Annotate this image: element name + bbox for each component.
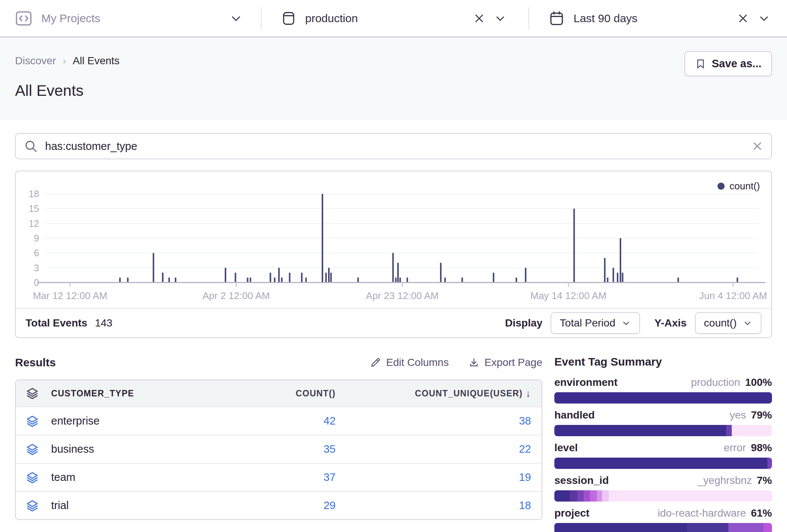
customer-type-cell: business (41, 443, 245, 455)
tag-distribution-bar[interactable] (554, 425, 772, 436)
stack-icon (26, 415, 41, 427)
tag-summary-heading: Event Tag Summary (554, 355, 662, 368)
svg-text:Apr 23 12:00 AM: Apr 23 12:00 AM (366, 290, 439, 301)
top-nav: My Projects production Last 90 (0, 0, 787, 38)
tag-name: level (554, 442, 578, 454)
stack-icon (26, 387, 41, 399)
clear-environment-icon[interactable] (474, 13, 485, 24)
tag-percent: 79% (751, 409, 772, 421)
tag-name: project (554, 507, 589, 519)
environment-selector[interactable]: production (262, 0, 528, 36)
svg-text:6: 6 (34, 248, 39, 258)
yaxis-label: Y-Axis (654, 317, 687, 329)
page-title: All Events (15, 82, 772, 100)
clear-date-range-icon[interactable] (737, 13, 749, 24)
count-unique-user-cell[interactable]: 19 (336, 471, 531, 484)
window-icon (281, 11, 296, 26)
tag-bar-segment (732, 425, 772, 436)
date-range-label: Last 90 days (574, 12, 637, 25)
page-header: Discover › All Events Save as... All Eve… (0, 38, 787, 120)
svg-text:3: 3 (34, 263, 39, 273)
results-table-header: CUSTOMER_TYPE COUNT() COUNT_UNIQUE(USER)… (16, 380, 542, 407)
tag-bar-segment (602, 490, 608, 502)
search-bar (15, 133, 772, 159)
main-content: count() 0369121518Mar 12 12:00 AMApr 2 1… (0, 120, 787, 532)
svg-text:18: 18 (29, 189, 39, 199)
tag-bar-segment (554, 458, 767, 469)
events-chart[interactable]: count() 0369121518Mar 12 12:00 AMApr 2 1… (16, 171, 771, 308)
tag-distribution-bar[interactable] (554, 490, 772, 502)
count-cell[interactable]: 29 (245, 499, 336, 512)
chevron-down-icon[interactable] (495, 13, 506, 24)
tag-summary-item: session_id_yeghrsbnz7% (554, 475, 772, 502)
project-selector[interactable]: My Projects (0, 0, 261, 36)
results-heading: Results (15, 356, 56, 369)
tag-name: session_id (554, 475, 609, 487)
export-page-button[interactable]: Export Page (468, 357, 542, 369)
customer-type-cell: team (41, 471, 245, 484)
svg-text:12: 12 (29, 218, 39, 229)
chevron-down-icon[interactable] (758, 13, 770, 24)
search-input[interactable] (44, 140, 745, 153)
environment-label: production (305, 12, 358, 25)
table-row[interactable]: trial2918 (16, 491, 542, 519)
column-header-customer-type[interactable]: CUSTOMER_TYPE (41, 388, 245, 399)
stack-icon (26, 500, 41, 512)
tag-summary-item: levelerror98% (554, 442, 772, 469)
tag-summary-item: environmentproduction100% (554, 376, 772, 404)
edit-columns-button[interactable]: Edit Columns (370, 357, 449, 369)
count-unique-user-cell[interactable]: 22 (336, 443, 531, 455)
chevron-down-icon[interactable] (230, 12, 242, 24)
stack-icon (26, 472, 41, 484)
stack-icon (26, 443, 41, 455)
count-cell[interactable]: 37 (245, 471, 336, 484)
yaxis-select[interactable]: count() (695, 312, 761, 334)
count-cell[interactable]: 42 (245, 415, 336, 427)
count-unique-user-cell[interactable]: 18 (336, 499, 531, 512)
count-unique-user-cell[interactable]: 38 (336, 415, 531, 427)
export-page-label: Export Page (484, 357, 542, 369)
tag-bar-segment (728, 523, 763, 532)
customer-type-cell: enterprise (41, 415, 245, 427)
results-section: Results Edit Columns Export Page (15, 355, 542, 532)
column-header-count[interactable]: COUNT() (245, 388, 336, 399)
column-header-count-unique-user[interactable]: COUNT_UNIQUE(USER)↓ (336, 388, 531, 399)
breadcrumb-current: All Events (73, 55, 120, 67)
tag-top-value: _yeghrsbnz (698, 475, 752, 487)
chart-footer: Total Events 143 Display Total Period Y-… (16, 308, 771, 337)
svg-text:Mar 12 12:00 AM: Mar 12 12:00 AM (33, 290, 107, 301)
bookmark-icon (695, 58, 706, 70)
calendar-icon (549, 11, 565, 26)
svg-text:May 14 12:00 AM: May 14 12:00 AM (530, 290, 606, 301)
tag-top-value: error (724, 442, 746, 454)
sort-descending-icon: ↓ (526, 388, 531, 399)
date-range-selector[interactable]: Last 90 days (529, 0, 787, 36)
tag-distribution-bar[interactable] (554, 392, 772, 404)
table-row[interactable]: enterprise4238 (16, 407, 542, 435)
edit-columns-label: Edit Columns (386, 357, 449, 369)
tag-percent: 61% (751, 507, 772, 519)
display-select[interactable]: Total Period (551, 312, 640, 334)
search-icon (24, 139, 38, 153)
event-tag-summary: Event Tag Summary environmentproduction1… (554, 355, 772, 532)
tag-top-value: yes (729, 409, 746, 421)
tag-bar-segment (609, 490, 772, 502)
table-row[interactable]: business3522 (16, 435, 542, 463)
tag-distribution-bar[interactable] (554, 523, 772, 532)
svg-text:Jun 4 12:00 AM: Jun 4 12:00 AM (699, 290, 767, 301)
breadcrumb-discover-link[interactable]: Discover (15, 55, 56, 67)
svg-text:Apr 2 12:00 AM: Apr 2 12:00 AM (203, 290, 270, 301)
clear-search-icon[interactable] (752, 141, 763, 152)
table-row[interactable]: team3719 (16, 463, 542, 491)
save-as-button[interactable]: Save as... (684, 51, 772, 76)
tag-distribution-bar[interactable] (554, 458, 772, 469)
tag-bar-segment (763, 523, 772, 532)
count-cell[interactable]: 35 (245, 443, 336, 455)
tag-summary-item: projectido-react-hardware61% (554, 507, 772, 532)
breadcrumb: Discover › All Events (15, 55, 772, 67)
total-events-label: Total Events (26, 317, 87, 329)
tag-name: environment (554, 376, 617, 388)
results-table: CUSTOMER_TYPE COUNT() COUNT_UNIQUE(USER)… (15, 379, 542, 520)
tag-percent: 7% (757, 475, 772, 487)
tag-summary-item: handledyes79% (554, 409, 772, 436)
